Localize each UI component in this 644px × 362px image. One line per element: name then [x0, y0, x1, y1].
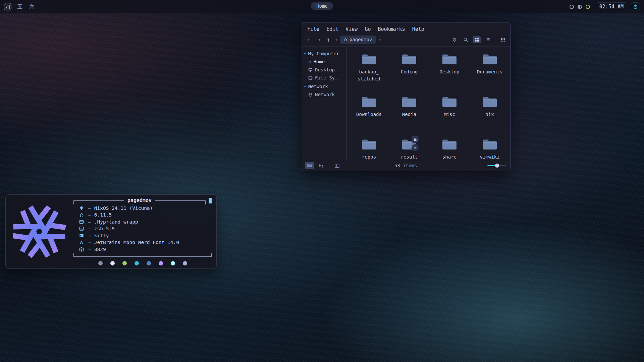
folder-name: result: [401, 154, 418, 161]
terminal-cursor: [209, 198, 212, 203]
back-button[interactable]: ←: [305, 36, 313, 43]
palette-dot: [122, 261, 127, 265]
icon-view-toggle-button[interactable]: [305, 162, 314, 169]
sidebar-section-my-computer[interactable]: ▾ My Computer: [304, 51, 346, 56]
sidebar-item-label: File Sy…: [315, 75, 337, 80]
fetch-value-packages: 3829: [94, 247, 106, 252]
tree-view-toggle-button[interactable]: [317, 162, 325, 169]
folder-icon: [441, 95, 458, 109]
menu-edit[interactable]: Edit: [326, 26, 338, 32]
shortcut-emblem-icon: ↷: [412, 144, 419, 151]
folder-item-coding[interactable]: Coding: [390, 49, 428, 92]
palette-dot: [147, 261, 151, 265]
compact-view-button[interactable]: [499, 36, 507, 43]
folder-grid: backup_ stitched Coding Desktop Document…: [347, 47, 510, 160]
color-palette: [73, 261, 212, 265]
menu-view[interactable]: View: [345, 26, 358, 32]
zoom-slider[interactable]: [487, 163, 506, 168]
fetch-row-packages: → 3829: [73, 246, 212, 253]
folder-name: Misc: [444, 111, 455, 118]
clock: 02:54 AM: [596, 2, 627, 11]
path-scroll-left-icon[interactable]: ◀: [334, 38, 337, 41]
font-icon: A: [78, 240, 85, 245]
fetch-box-top: pagedmov: [73, 200, 212, 204]
workspace-6[interactable]: 六: [28, 3, 36, 10]
menu-bookmarks[interactable]: Bookmarks: [378, 26, 405, 32]
home-icon: ⌂: [308, 59, 311, 64]
sidebar-item-network[interactable]: Network: [308, 92, 346, 97]
workspace-4[interactable]: 四: [4, 3, 11, 10]
grid-view-button[interactable]: [473, 36, 481, 43]
up-button[interactable]: ↑: [325, 36, 332, 43]
folder-name: Nix: [485, 111, 494, 118]
box-line: [76, 200, 124, 201]
folder-item-downloads[interactable]: Downloads: [350, 92, 388, 134]
sidebar-item-label: Home: [313, 59, 325, 64]
list-view-button[interactable]: [484, 36, 492, 43]
sidebar-section-network[interactable]: ▾ Network: [304, 84, 346, 89]
folder-name: Coding: [401, 68, 418, 75]
fetch-row-font: A → JetBrains Mono Nerd Font 14.0: [73, 239, 212, 246]
power-button[interactable]: [631, 2, 640, 11]
folder-name: vimwiki: [480, 154, 499, 161]
compact-view-icon: [501, 38, 505, 42]
menu-bar: File Edit View Go Bookmarks Help: [301, 22, 510, 34]
menu-file[interactable]: File: [307, 26, 319, 32]
slider-knob[interactable]: [495, 164, 499, 168]
folder-icon: [361, 95, 377, 109]
monitor-icon: [308, 68, 313, 72]
fetch-value-shell: zsh 5.9: [94, 226, 115, 231]
path-scroll-right-icon[interactable]: ▶: [379, 38, 382, 41]
fetch-row-terminal: → kitty: [73, 232, 212, 239]
list-view-icon: [485, 38, 490, 42]
chevron-down-icon: ▾: [304, 84, 306, 89]
menu-go[interactable]: Go: [365, 26, 371, 32]
menu-help[interactable]: Help: [412, 26, 424, 32]
folder-item-misc[interactable]: Misc: [430, 92, 469, 134]
active-window-title[interactable]: Home: [311, 2, 333, 10]
sidebar-item-file-system[interactable]: File Sy…: [308, 75, 346, 80]
forward-button[interactable]: →: [315, 36, 322, 43]
shell-prompt-icon: [78, 226, 85, 231]
folder-item-media[interactable]: Media: [390, 92, 428, 134]
fetch-row-shell: → zsh 5.9: [73, 225, 212, 232]
side-pane-toggle-button[interactable]: [333, 162, 341, 169]
fetch-row-kernel: → 6.11.5: [73, 212, 212, 219]
window-manager-icon: [78, 220, 85, 224]
folder-icon: [482, 138, 498, 151]
packages-cube-icon: [78, 247, 85, 252]
folder-item-documents[interactable]: Documents: [471, 49, 509, 92]
top-bar: 四 五 六 Home 02:54 AM: [0, 0, 644, 13]
places-sidebar: ▾ My Computer ⌂ Home Desktop File Sy…: [301, 47, 347, 160]
green-circle-indicator[interactable]: [586, 5, 590, 9]
sidebar-item-label: Network: [315, 92, 335, 97]
folder-item-backup-stitched[interactable]: backup_ stitched: [350, 49, 388, 92]
globe-icon: [308, 93, 313, 97]
workspace-5[interactable]: 五: [16, 3, 23, 10]
search-button[interactable]: [462, 36, 470, 43]
arrow-icon: →: [88, 240, 91, 245]
folder-name: share: [442, 154, 457, 161]
folder-icon: [441, 138, 458, 151]
fetch-box-bottom: [73, 253, 212, 257]
section-label: My Computer: [308, 51, 339, 56]
folder-name: Media: [402, 111, 416, 118]
breadcrumb[interactable]: ⌂ pagedmov: [340, 36, 376, 44]
fetch-value-font: JetBrains Mono Nerd Font 14.0: [94, 240, 179, 245]
folder-item-desktop[interactable]: Desktop: [430, 49, 469, 92]
fetch-value-terminal: kitty: [94, 233, 109, 238]
box-corner: [203, 200, 206, 204]
power-icon: [633, 4, 638, 9]
arrow-icon: →: [88, 226, 91, 231]
sidebar-item-desktop[interactable]: Desktop: [308, 67, 346, 72]
half-circle-indicator[interactable]: [578, 5, 582, 9]
sidebar-item-home[interactable]: ⌂ Home: [308, 59, 346, 64]
palette-dot: [110, 261, 115, 265]
folder-item-nix[interactable]: Nix: [471, 92, 509, 134]
folder-name: backup_ stitched: [358, 68, 380, 82]
toolbar-right: [450, 36, 507, 43]
sidebar-item-label: Desktop: [315, 67, 335, 72]
circle-indicator[interactable]: [570, 5, 574, 9]
location-pin-button[interactable]: [450, 36, 459, 43]
box-corner: [73, 200, 76, 204]
